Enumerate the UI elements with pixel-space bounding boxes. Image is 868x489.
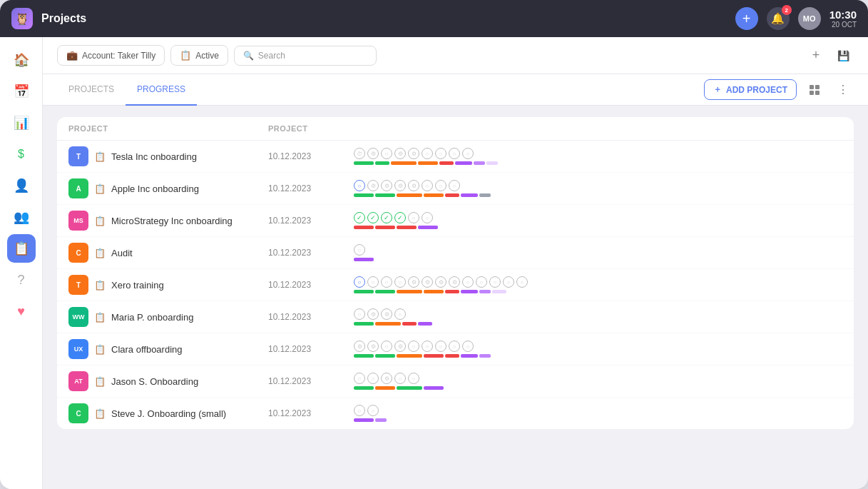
table-container: Project Project T 📋 Tesla Inc onboarding… <box>43 106 868 489</box>
task-circle: ○ <box>422 341 433 352</box>
task-circle: ○ <box>354 244 365 256</box>
project-name: AT 📋 Jason S. Onboarding <box>68 371 268 391</box>
task-circle: ○ <box>435 341 446 352</box>
task-circle: ⚙ <box>367 180 379 191</box>
clock: 10:30 20 OCT <box>829 9 857 29</box>
project-label: MicroStrategy Inc onboarding <box>111 216 233 226</box>
task-circle: ○ <box>449 148 460 159</box>
briefcase-icon: 💼 <box>66 50 78 61</box>
plus-icon: ＋ <box>713 84 722 96</box>
col-header-date: Project <box>268 124 354 133</box>
progress-bar <box>397 290 422 293</box>
progress-bar <box>439 161 454 165</box>
project-label: Maria P. onboarding <box>111 312 193 323</box>
project-label: Audit <box>111 248 133 258</box>
task-circle: ○ <box>381 276 392 288</box>
progress-bar <box>474 161 485 165</box>
project-label: Xero training <box>111 280 164 291</box>
task-circle: ○ <box>449 341 460 352</box>
app-title: Projects <box>41 12 727 25</box>
main-content: 🏠 📅 📊 $ 👤 👥 📋 ? ♥ 💼 Account: Taker Tilly… <box>0 37 868 489</box>
add-project-button[interactable]: ＋ ADD PROJECT <box>704 79 797 100</box>
avatar: A <box>68 178 88 198</box>
task-circle: ⚙ <box>408 276 419 288</box>
notifications-button[interactable]: 🔔 2 <box>767 7 790 30</box>
sidebar-item-home[interactable]: 🏠 <box>7 46 36 74</box>
task-circle: ○ <box>408 373 419 384</box>
progress-bar <box>375 418 387 422</box>
task-circle: ⚙ <box>354 341 365 352</box>
task-list-icon: 📋 <box>94 183 106 194</box>
avatar: T <box>68 146 88 166</box>
avatar: WW <box>68 307 88 327</box>
more-options-button[interactable]: ⋮ <box>832 79 854 101</box>
sidebar-item-analytics[interactable]: 📊 <box>7 109 36 137</box>
task-circle: ○ <box>462 341 474 352</box>
progress-area: ○ ○ ○ ○ ⚙ ⚙ ⚙ ⚙ ○ ○ ○ ○ <box>354 276 842 293</box>
progress-area: ○ ○ ⚙ ○ ○ <box>354 373 842 390</box>
task-circle: ○ <box>422 180 433 191</box>
grid-view-button[interactable] <box>804 79 825 101</box>
save-toolbar-button[interactable]: 💾 <box>832 45 854 66</box>
tab-progress[interactable]: PROGRESS <box>126 74 197 106</box>
progress-bar <box>354 226 374 229</box>
task-circle: ⚙ <box>422 276 433 288</box>
bars-row <box>354 322 842 326</box>
task-circle: ○ <box>394 373 406 384</box>
task-circle: ⚙ <box>449 276 460 288</box>
task-circle: ⚙ <box>394 180 406 191</box>
account-filter-button[interactable]: 💼 Account: Taker Tilly <box>57 45 165 66</box>
project-date: 10.12.2023 <box>268 344 354 354</box>
bars-row <box>354 386 842 390</box>
task-circle: ○ <box>354 405 365 416</box>
add-toolbar-button[interactable]: + <box>805 45 827 66</box>
project-label: Steve J. Onboarding (small) <box>111 408 226 419</box>
progress-bar <box>397 354 422 358</box>
progress-bar <box>461 354 478 358</box>
sidebar-item-tasks[interactable]: 📋 <box>7 234 36 263</box>
table-header: Project Project <box>57 117 854 141</box>
progress-area: ○ ⚙ ⚙ ○ <box>354 308 842 326</box>
sidebar-item-team[interactable]: 👥 <box>7 203 36 231</box>
project-name: A 📋 Apple Inc onboarding <box>68 178 268 198</box>
task-list-icon: 📋 <box>94 280 106 291</box>
search-box[interactable]: 🔍 Search <box>234 46 377 66</box>
active-filter-button[interactable]: 📋 Active <box>170 45 228 66</box>
progress-bar <box>391 161 417 165</box>
project-date: 10.12.2023 <box>268 248 354 258</box>
task-list-icon: 📋 <box>94 151 106 162</box>
task-circle: ⚙ <box>367 341 379 352</box>
sidebar-item-calendar[interactable]: 📅 <box>7 77 36 106</box>
tab-projects[interactable]: PROJECTS <box>57 74 126 106</box>
sidebar-item-profile[interactable]: 👤 <box>7 171 36 200</box>
task-circle: ⚙ <box>367 148 379 159</box>
add-button[interactable]: + <box>735 7 758 30</box>
task-circle: ○ <box>449 180 460 191</box>
progress-bar <box>424 290 444 293</box>
sidebar-item-help[interactable]: ? <box>7 266 36 294</box>
user-avatar[interactable]: MO <box>798 7 821 30</box>
progress-bar <box>455 161 472 165</box>
svg-rect-0 <box>810 85 814 89</box>
progress-bar <box>354 258 374 261</box>
task-circle: ○ <box>354 373 365 384</box>
task-circle: ⚙ <box>367 308 379 320</box>
progress-area: ⚙ ⚙ ○ ⚙ ○ ○ ○ ○ ○ <box>354 341 842 358</box>
progress-bar <box>461 290 478 293</box>
progress-bar <box>397 226 417 229</box>
app-window: 🦉 Projects + 🔔 2 MO 10:30 20 OCT 🏠 📅 📊 $… <box>0 0 868 489</box>
progress-area: ○ <box>354 244 842 261</box>
progress-bar <box>445 193 459 197</box>
project-date: 10.12.2023 <box>268 408 354 418</box>
project-date: 10.12.2023 <box>268 312 354 322</box>
sidebar-item-finance[interactable]: $ <box>7 140 36 168</box>
project-date: 10.12.2023 <box>268 376 354 386</box>
task-circle: ○ <box>381 148 392 159</box>
avatar: C <box>68 243 88 263</box>
task-circle: ○ <box>394 308 406 320</box>
sidebar-item-favorites[interactable]: ♥ <box>7 297 36 326</box>
progress-bar <box>354 161 374 165</box>
search-placeholder: Search <box>258 51 285 61</box>
progress-bar <box>424 386 444 390</box>
task-list-icon: 📋 <box>94 216 106 226</box>
